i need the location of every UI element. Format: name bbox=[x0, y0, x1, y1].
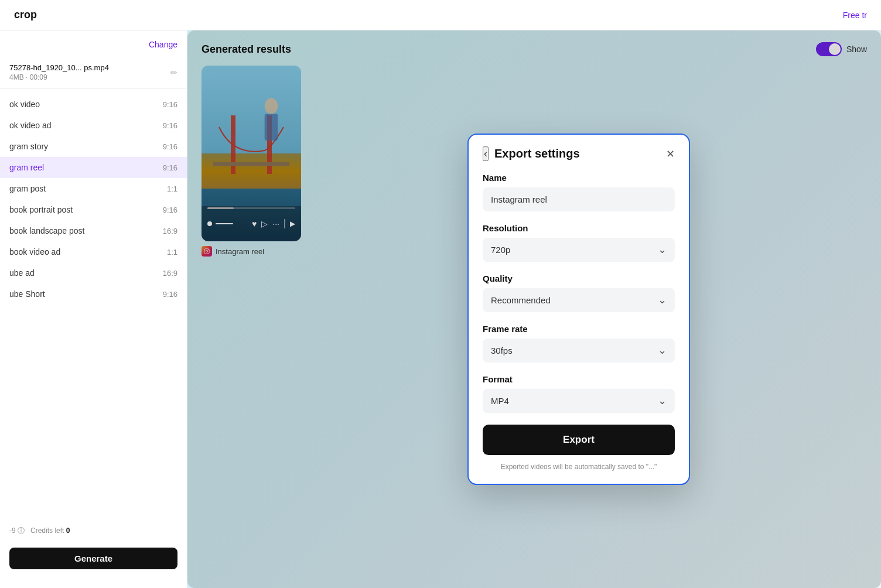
export-modal-container: ‹ Export settings ✕ Name Resolution bbox=[467, 134, 690, 485]
edit-icon[interactable]: ✏ bbox=[170, 68, 177, 77]
format-select-wrapper: MP4 MOV AVI bbox=[483, 389, 675, 413]
close-button[interactable]: ✕ bbox=[666, 148, 675, 160]
list-item[interactable]: ok video 9:16 bbox=[0, 94, 187, 115]
content-area: Generated results Show bbox=[187, 30, 881, 588]
export-note: Exported videos will be automatically sa… bbox=[483, 462, 675, 472]
format-field-group: Format MP4 MOV AVI bbox=[483, 374, 675, 413]
modal-body: Name Resolution 720p 1080p 480p bbox=[469, 170, 689, 484]
modal-header: ‹ Export settings ✕ bbox=[469, 135, 689, 170]
list-item[interactable]: ube Short 9:16 bbox=[0, 283, 187, 305]
sidebar-header: Change bbox=[0, 40, 187, 56]
quality-select-wrapper: Recommended High Medium Low bbox=[483, 288, 675, 312]
file-item: 75278-hd_1920_10... ps.mp4 4MB · 00:09 ✏ bbox=[0, 56, 187, 89]
quality-field-group: Quality Recommended High Medium Low bbox=[483, 274, 675, 312]
app-title: crop bbox=[14, 9, 37, 21]
main-area: Change 75278-hd_1920_10... ps.mp4 4MB · … bbox=[0, 30, 881, 588]
sidebar-list: ok video 9:16 ok video ad 9:16 gram stor… bbox=[0, 89, 187, 309]
modal-header-left: ‹ Export settings bbox=[483, 146, 580, 161]
list-item[interactable]: ube ad 16:9 bbox=[0, 262, 187, 283]
format-select[interactable]: MP4 MOV AVI bbox=[483, 389, 675, 413]
export-modal: ‹ Export settings ✕ Name Resolution bbox=[467, 134, 690, 485]
list-item[interactable]: book video ad 1:1 bbox=[0, 241, 187, 262]
file-meta: 4MB · 00:09 bbox=[9, 73, 109, 81]
generate-button[interactable]: Generate bbox=[9, 548, 177, 569]
resolution-field-group: Resolution 720p 1080p 480p bbox=[483, 223, 675, 262]
list-item[interactable]: gram post 1:1 bbox=[0, 178, 187, 199]
quality-label: Quality bbox=[483, 274, 675, 283]
resolution-label: Resolution bbox=[483, 223, 675, 233]
sidebar: Change 75278-hd_1920_10... ps.mp4 4MB · … bbox=[0, 30, 187, 588]
quality-select[interactable]: Recommended High Medium Low bbox=[483, 288, 675, 312]
modal-title: Export settings bbox=[494, 147, 580, 160]
framerate-field-group: Frame rate 30fps 60fps 24fps bbox=[483, 324, 675, 363]
back-button[interactable]: ‹ bbox=[483, 146, 489, 161]
list-item[interactable]: gram story 9:16 bbox=[0, 136, 187, 157]
resolution-select-wrapper: 720p 1080p 480p bbox=[483, 238, 675, 262]
change-button[interactable]: Change bbox=[149, 40, 177, 49]
list-item[interactable]: book landscape post 16:9 bbox=[0, 220, 187, 241]
credits-info: -9 ⓘ Credits left 0 bbox=[9, 526, 70, 536]
name-field-group: Name bbox=[483, 173, 675, 211]
free-trial-link[interactable]: Free tr bbox=[843, 11, 867, 20]
list-item[interactable]: book portrait post 9:16 bbox=[0, 199, 187, 220]
list-item[interactable]: ok video ad 9:16 bbox=[0, 115, 187, 136]
file-name: 75278-hd_1920_10... ps.mp4 bbox=[9, 63, 109, 72]
framerate-select[interactable]: 30fps 60fps 24fps bbox=[483, 339, 675, 363]
top-bar: crop Free tr bbox=[0, 0, 881, 30]
framerate-select-wrapper: 30fps 60fps 24fps bbox=[483, 339, 675, 363]
resolution-select[interactable]: 720p 1080p 480p bbox=[483, 238, 675, 262]
framerate-label: Frame rate bbox=[483, 324, 675, 334]
name-input[interactable] bbox=[483, 187, 675, 211]
list-item-active[interactable]: gram reel 9:16 bbox=[0, 157, 187, 178]
format-label: Format bbox=[483, 374, 675, 384]
name-label: Name bbox=[483, 173, 675, 183]
export-button[interactable]: Export bbox=[483, 425, 675, 455]
